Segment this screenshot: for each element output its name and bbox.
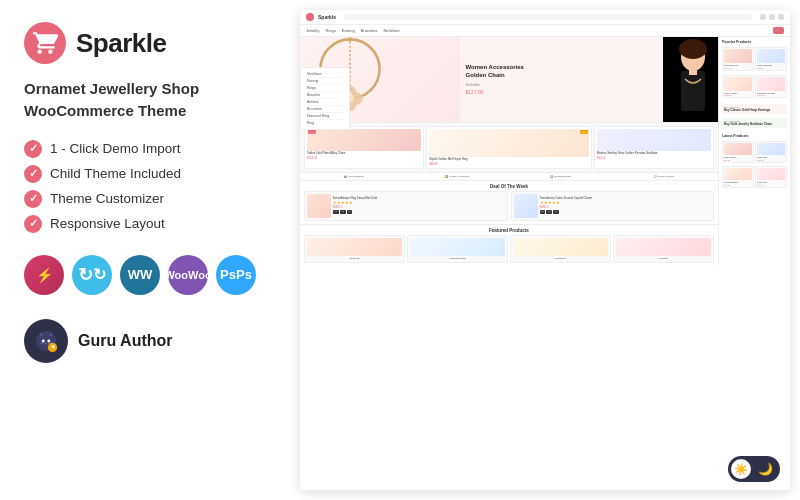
popular-title: Popular Products <box>722 40 787 44</box>
cat-star-icon: ★ <box>33 328 59 354</box>
featured-title: Featured Products <box>304 228 714 233</box>
nav-item-rings: Rings <box>326 28 336 33</box>
tagline-line1: Ornamet Jewellery Shop <box>24 80 199 97</box>
feature-item: Child Theme Included <box>24 165 266 183</box>
deal-section: Deal Of The Week Extra Antique Ring Fanc… <box>300 180 718 224</box>
feature-text-2: Child Theme Included <box>50 166 181 181</box>
cat-anklets: Anklets <box>307 99 343 106</box>
tech-badges: ⚡ ↻ W Woo Ps <box>24 255 266 295</box>
author-label: Guru Author <box>78 332 173 350</box>
browser-logo <box>306 13 314 21</box>
pop-card-4: Diamond Pendant $220.00 <box>755 75 787 99</box>
shipping-bar: 🚛 Free Shipping ✅ Quality Guarantee 🔄 Ex… <box>300 172 718 180</box>
check-icon-1 <box>24 140 42 158</box>
featured-card-1: Ring Set <box>304 235 405 263</box>
hero-price: $127.00 <box>466 89 657 95</box>
pop-card-2: Pearl Necklace $88.00 <box>755 47 787 71</box>
features-list: 1 - Click Demo Import Child Theme Includ… <box>24 140 266 233</box>
svg-rect-26 <box>689 67 697 75</box>
author-icon: ★ <box>24 319 68 363</box>
browser-nav-icons <box>760 14 784 20</box>
nav-icon-2 <box>769 14 775 20</box>
preview-browser: Sparkle Jewelry Rings Earring Bracelets … <box>300 10 790 490</box>
featured-cards: Ring Set Diamond Ring Necklace <box>304 235 714 263</box>
product-card-2: NEW Stylish Golden Mid Finger Ring $88.0… <box>426 126 592 169</box>
check-icon-4 <box>24 215 42 233</box>
featured-card-2: Diamond Ring <box>407 235 508 263</box>
svg-point-20 <box>348 37 352 41</box>
popular-cards-row: Gold Ring Set $124.00 Pearl Necklace $88… <box>722 47 787 71</box>
badge-refresh: ↻ <box>72 255 112 295</box>
store-nav: Jewelry Rings Earring Bracelets Necklace… <box>300 25 790 37</box>
featured-section: Featured Products Ring Set Diamond Ring <box>300 224 718 266</box>
author-row: ★ Guru Author <box>24 319 266 363</box>
cat-rings: Rings <box>307 85 343 92</box>
badge-wordpress: W <box>120 255 160 295</box>
svg-rect-25 <box>681 71 705 111</box>
cat-necklace: Necklace <box>307 71 343 78</box>
feature-item: Responsive Layout <box>24 215 266 233</box>
category-menu: Necklace Earring Rings Bracelet Anklets … <box>300 67 350 130</box>
dark-mode-toggle[interactable]: ☀️ 🌙 <box>728 456 780 482</box>
nav-item-earring: Earring <box>342 28 355 33</box>
check-icon-2 <box>24 165 42 183</box>
brand-name: Sparkle <box>76 28 166 59</box>
toggle-knob: ☀️ <box>731 459 751 479</box>
browser-searchbar <box>344 14 752 20</box>
cat-earring: Earring <box>307 78 343 85</box>
product-2-price: $88.00 <box>429 162 589 166</box>
right-product-sidebar: Popular Products Gold Ring Set $124.00 P… <box>718 37 790 266</box>
cat-bracelet: Bracelet <box>307 92 343 99</box>
nav-icon-3 <box>778 14 784 20</box>
nav-cart-button: 🛒 <box>773 27 784 34</box>
brand-icon <box>24 22 66 64</box>
store-hero: Women Accessories Golden Chain Subtittle… <box>300 37 718 122</box>
badge-elementor: ⚡ <box>24 255 64 295</box>
cat-brooches: Brooches <box>307 106 343 113</box>
brand-row: Sparkle <box>24 22 266 64</box>
deal-cards: Extra Antique Ring Fancy Mini Gold ★★★★★… <box>304 191 714 221</box>
left-panel: Sparkle Ornamet Jewellery Shop WooCommer… <box>0 0 290 500</box>
deal-title: Deal Of The Week <box>304 184 714 189</box>
right-panel: Sparkle Jewelry Rings Earring Bracelets … <box>290 0 800 500</box>
tagline: Ornamet Jewellery Shop WooCommerce Theme <box>24 78 266 122</box>
check-icon-3 <box>24 190 42 208</box>
popular-cards-row-2: Luxury Chain $154.00 Diamond Pendant $22… <box>722 75 787 99</box>
preview-container: Sparkle Jewelry Rings Earring Bracelets … <box>290 0 800 500</box>
cat-ring: Ring <box>307 120 343 126</box>
woman-photo <box>663 37 718 122</box>
svg-point-6 <box>47 339 50 342</box>
product-3-price: $94.00 <box>597 156 711 160</box>
badge-photoshop: Ps <box>216 255 256 295</box>
featured-card-3: Necklace <box>510 235 611 263</box>
moon-icon: 🌙 <box>758 463 777 475</box>
featured-products-row: SALE Tables Gold Plated Alloy Chain $124… <box>300 122 718 172</box>
browser-brand-name: Sparkle <box>318 14 336 20</box>
nav-item-bracelets: Bracelets <box>361 28 378 33</box>
latest-cards-row-2: Charm Bracelet $72.00 Pearl Drop $55.00 <box>722 166 787 187</box>
feature-text-3: Theme Customizer <box>50 191 164 206</box>
tagline-line2: WooCommerce Theme <box>24 102 186 119</box>
hero-title: Women Accessories Golden Chain <box>466 64 657 80</box>
hero-text-area: Women Accessories Golden Chain Subtittle… <box>460 37 663 122</box>
latest-cards-row: Gold Pendant $64.00 Silver Ring $48.00 <box>722 141 787 162</box>
nav-item-necklace: Necklace <box>383 28 399 33</box>
product-1-price: $124.00 <box>307 156 421 160</box>
lat-card-1: Gold Pendant $64.00 <box>722 141 754 162</box>
browser-header: Sparkle <box>300 10 790 25</box>
sun-icon: ☀️ <box>734 463 748 476</box>
feature-text-1: 1 - Click Demo Import <box>50 141 181 156</box>
badge-woocommerce: Woo <box>168 255 208 295</box>
feature-text-4: Responsive Layout <box>50 216 165 231</box>
nav-icon-1 <box>760 14 766 20</box>
latest-title: Latest Products <box>722 134 787 138</box>
nav-item-jewelry: Jewelry <box>306 28 320 33</box>
woman-silhouette <box>663 37 718 122</box>
cat-diamond: Diamond Ring <box>307 113 343 120</box>
lat-card-2: Silver Ring $48.00 <box>755 141 787 162</box>
svg-text:★: ★ <box>50 343 56 350</box>
featured-card-4: Earring <box>613 235 714 263</box>
product-card-1: SALE Tables Gold Plated Alloy Chain $124… <box>304 126 424 169</box>
buy-banner-2: BUY NECKLACE Buy Gold Jewelry Necklace C… <box>722 118 787 128</box>
lat-card-4: Pearl Drop $55.00 <box>755 166 787 187</box>
